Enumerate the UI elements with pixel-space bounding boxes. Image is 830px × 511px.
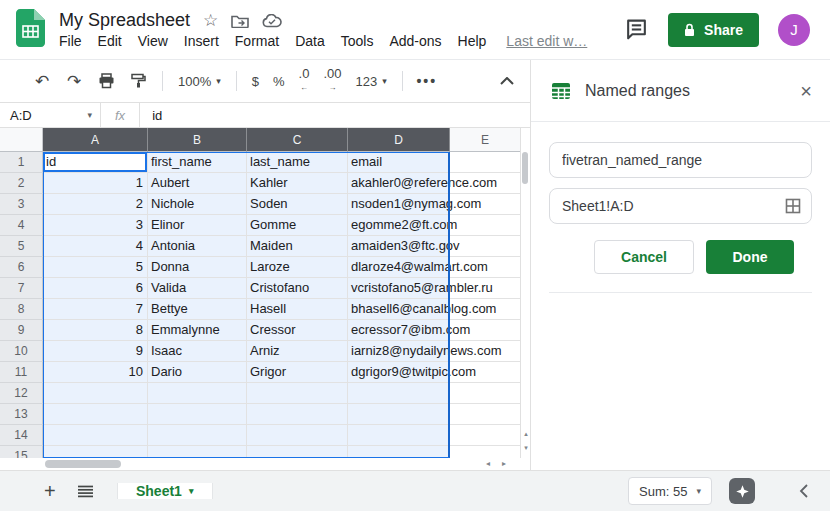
- cell-E12[interactable]: [450, 383, 520, 404]
- cell-B15[interactable]: [148, 446, 247, 458]
- print-button[interactable]: [93, 67, 119, 95]
- cell-B6[interactable]: Donna: [148, 257, 247, 278]
- star-icon[interactable]: ☆: [203, 12, 218, 29]
- cell-E6[interactable]: [450, 257, 520, 278]
- row-header-6[interactable]: 6: [0, 257, 43, 278]
- menu-edit[interactable]: Edit: [98, 33, 122, 49]
- cancel-button[interactable]: Cancel: [594, 240, 694, 274]
- cell-E5[interactable]: [450, 236, 520, 257]
- cell-A9[interactable]: 8: [43, 320, 148, 341]
- cell-B7[interactable]: Valida: [148, 278, 247, 299]
- menu-help[interactable]: Help: [458, 33, 487, 49]
- cell-C11[interactable]: Grigor: [247, 362, 348, 383]
- row-header-14[interactable]: 14: [0, 425, 43, 446]
- column-header-A[interactable]: A: [43, 128, 148, 152]
- cell-C12[interactable]: [247, 383, 348, 404]
- cell-D15[interactable]: [348, 446, 450, 458]
- cell-D10[interactable]: iarniz8@nydailynews.com: [348, 341, 450, 362]
- row-header-7[interactable]: 7: [0, 278, 43, 299]
- cell-B10[interactable]: Isaac: [148, 341, 247, 362]
- cell-B14[interactable]: [148, 425, 247, 446]
- cell-B11[interactable]: Dario: [148, 362, 247, 383]
- row-header-12[interactable]: 12: [0, 383, 43, 404]
- row-header-11[interactable]: 11: [0, 362, 43, 383]
- menu-insert[interactable]: Insert: [184, 33, 219, 49]
- cell-A11[interactable]: 10: [43, 362, 148, 383]
- cell-E2[interactable]: [450, 173, 520, 194]
- cell-A12[interactable]: [43, 383, 148, 404]
- more-toolbar-button[interactable]: •••: [414, 67, 440, 95]
- cell-D13[interactable]: [348, 404, 450, 425]
- format-percent-button[interactable]: %: [266, 67, 292, 95]
- cell-B13[interactable]: [148, 404, 247, 425]
- redo-button[interactable]: ↷: [61, 67, 87, 95]
- name-box[interactable]: A:D ▾: [0, 103, 100, 127]
- sheet-tab-sheet1[interactable]: Sheet1 ▾: [117, 483, 213, 499]
- cell-A6[interactable]: 5: [43, 257, 148, 278]
- scroll-left-icon[interactable]: ◂: [486, 459, 490, 468]
- more-formats-button[interactable]: 123▾: [349, 67, 394, 95]
- menu-tools[interactable]: Tools: [341, 33, 374, 49]
- row-header-5[interactable]: 5: [0, 236, 43, 257]
- all-sheets-menu-icon[interactable]: [78, 485, 93, 498]
- cell-E10[interactable]: [450, 341, 520, 362]
- column-header-C[interactable]: C: [247, 128, 348, 152]
- cell-A7[interactable]: 6: [43, 278, 148, 299]
- cell-A8[interactable]: 7: [43, 299, 148, 320]
- cell-D7[interactable]: vcristofano5@rambler.ru: [348, 278, 450, 299]
- cell-C1[interactable]: last_name: [247, 152, 348, 173]
- format-currency-button[interactable]: $: [245, 67, 266, 95]
- cell-C2[interactable]: Kahler: [247, 173, 348, 194]
- row-header-15[interactable]: 15: [0, 446, 43, 458]
- column-header-D[interactable]: D: [348, 128, 450, 152]
- row-header-2[interactable]: 2: [0, 173, 43, 194]
- menu-format[interactable]: Format: [235, 33, 279, 49]
- cell-C13[interactable]: [247, 404, 348, 425]
- cell-B5[interactable]: Antonia: [148, 236, 247, 257]
- cell-A3[interactable]: 2: [43, 194, 148, 215]
- cell-D5[interactable]: amaiden3@ftc.gov: [348, 236, 450, 257]
- cell-A1[interactable]: id: [43, 152, 148, 173]
- horizontal-scrollbar-thumb[interactable]: [45, 460, 121, 468]
- cell-B3[interactable]: Nichole: [148, 194, 247, 215]
- cell-D9[interactable]: ecressor7@ibm.com: [348, 320, 450, 341]
- cell-C6[interactable]: Laroze: [247, 257, 348, 278]
- cell-B2[interactable]: Aubert: [148, 173, 247, 194]
- cell-A5[interactable]: 4: [43, 236, 148, 257]
- cell-E14[interactable]: [450, 425, 520, 446]
- sum-badge[interactable]: Sum: 55 ▾: [628, 477, 712, 505]
- cell-E7[interactable]: [450, 278, 520, 299]
- explore-button[interactable]: [729, 478, 755, 504]
- cell-A10[interactable]: 9: [43, 341, 148, 362]
- cell-E1[interactable]: [450, 152, 520, 173]
- cell-B4[interactable]: Elinor: [148, 215, 247, 236]
- account-avatar[interactable]: J: [778, 14, 810, 46]
- zoom-select[interactable]: 100%▾: [171, 67, 228, 95]
- cell-C3[interactable]: Soden: [247, 194, 348, 215]
- column-header-E[interactable]: E: [450, 128, 520, 152]
- collapse-toolbar-icon[interactable]: [494, 67, 520, 95]
- collapse-panel-chevron-icon[interactable]: [799, 484, 808, 498]
- row-header-4[interactable]: 4: [0, 215, 43, 236]
- cell-C5[interactable]: Maiden: [247, 236, 348, 257]
- menu-addons[interactable]: Add-ons: [389, 33, 441, 49]
- increase-decimal-button[interactable]: .00→: [316, 67, 348, 95]
- cell-E9[interactable]: [450, 320, 520, 341]
- column-header-B[interactable]: B: [148, 128, 247, 152]
- menu-file[interactable]: File: [59, 33, 82, 49]
- cell-D12[interactable]: [348, 383, 450, 404]
- cell-A2[interactable]: 1: [43, 173, 148, 194]
- scroll-right-icon[interactable]: ▸: [502, 459, 506, 468]
- cell-E3[interactable]: [450, 194, 520, 215]
- select-data-range-icon[interactable]: [785, 198, 801, 214]
- cell-D6[interactable]: dlaroze4@walmart.com: [348, 257, 450, 278]
- undo-button[interactable]: ↶: [29, 67, 55, 95]
- share-button[interactable]: Share: [668, 13, 759, 47]
- cell-B9[interactable]: Emmalynne: [148, 320, 247, 341]
- vertical-scrollbar[interactable]: ▴ ▾: [520, 128, 530, 458]
- scroll-up-icon[interactable]: ▴: [521, 430, 530, 438]
- row-header-13[interactable]: 13: [0, 404, 43, 425]
- cell-B8[interactable]: Bettye: [148, 299, 247, 320]
- cell-C9[interactable]: Cressor: [247, 320, 348, 341]
- row-header-8[interactable]: 8: [0, 299, 43, 320]
